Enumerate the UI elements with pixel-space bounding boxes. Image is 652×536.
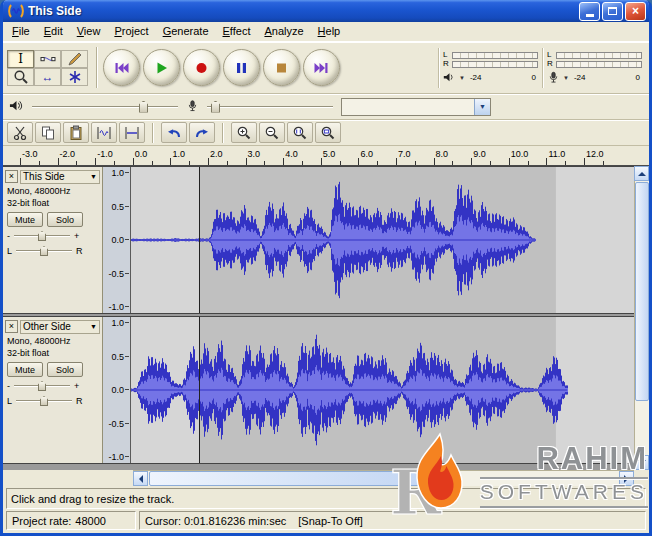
slider-thumb[interactable] xyxy=(38,231,46,241)
menu-bar: File Edit View Project Generate Effect A… xyxy=(3,22,649,42)
transport-controls xyxy=(103,49,340,86)
input-source-select[interactable]: ▼ xyxy=(341,98,491,116)
pan-slider[interactable] xyxy=(14,395,74,407)
ruler-minor-tick xyxy=(452,161,453,165)
output-meter[interactable]: L R ▼ -24 0 xyxy=(438,48,542,88)
record-icon xyxy=(193,60,210,76)
vertical-scrollbar[interactable] xyxy=(634,166,649,470)
trim-button[interactable] xyxy=(91,122,117,143)
ruler-major-tick xyxy=(546,158,547,165)
ruler-label: 12.0 xyxy=(586,149,604,159)
close-button[interactable]: × xyxy=(625,2,646,21)
output-meter-bar-right xyxy=(452,61,538,68)
horizontal-scroll-thumb[interactable] xyxy=(149,471,425,486)
redo-button[interactable] xyxy=(189,122,215,143)
menu-edit[interactable]: Edit xyxy=(37,23,70,40)
cut-button[interactable] xyxy=(7,122,33,143)
gain-slider[interactable] xyxy=(12,230,72,242)
multi-tool-button[interactable] xyxy=(61,68,88,86)
copy-icon xyxy=(40,125,56,141)
skip-to-end-button[interactable] xyxy=(303,49,340,86)
scroll-down-button[interactable] xyxy=(634,455,649,470)
copy-button[interactable] xyxy=(35,122,61,143)
track-close-button[interactable]: × xyxy=(5,320,18,333)
menu-view[interactable]: View xyxy=(70,23,108,40)
ruler-minor-tick xyxy=(189,161,190,165)
control-toolbar: I ↔ xyxy=(3,42,649,94)
output-meter-bar-left xyxy=(452,52,538,59)
vertical-scroll-thumb[interactable] xyxy=(635,182,649,401)
menu-file[interactable]: File xyxy=(5,23,37,40)
play-button[interactable] xyxy=(143,49,180,86)
solo-button[interactable]: Solo xyxy=(47,212,83,227)
ruler-label: 6.0 xyxy=(360,149,373,159)
title-bar[interactable]: This Side × xyxy=(3,0,649,22)
horizontal-scrollbar[interactable] xyxy=(133,470,634,486)
pan-right-label: R xyxy=(76,246,83,256)
skip-to-start-button[interactable] xyxy=(103,49,140,86)
output-volume-slider[interactable] xyxy=(30,100,180,114)
slider-thumb[interactable] xyxy=(211,101,220,113)
menu-generate[interactable]: Generate xyxy=(156,23,216,40)
silence-button[interactable] xyxy=(119,122,145,143)
stop-icon xyxy=(273,60,290,76)
undo-button[interactable] xyxy=(161,122,187,143)
record-button[interactable] xyxy=(183,49,220,86)
menu-effect[interactable]: Effect xyxy=(216,23,258,40)
microphone-icon xyxy=(186,99,199,114)
zoom-tool-button[interactable] xyxy=(7,68,34,86)
paste-button[interactable] xyxy=(63,122,89,143)
speaker-icon xyxy=(443,71,456,85)
slider-thumb[interactable] xyxy=(139,101,148,113)
waveform-canvas[interactable] xyxy=(131,317,634,463)
menu-project[interactable]: Project xyxy=(107,23,155,40)
pause-button[interactable] xyxy=(223,49,260,86)
track-close-button[interactable]: × xyxy=(5,170,18,183)
menu-analyze[interactable]: Analyze xyxy=(257,23,310,40)
slider-thumb[interactable] xyxy=(40,396,48,406)
chevron-down-icon[interactable]: ▼ xyxy=(474,99,490,115)
zoom-out-button[interactable] xyxy=(259,122,285,143)
mute-button[interactable]: Mute xyxy=(7,362,43,377)
scroll-up-button[interactable] xyxy=(634,166,649,181)
stop-button[interactable] xyxy=(263,49,300,86)
input-left-label: L xyxy=(547,51,553,59)
input-meter[interactable]: L R ▼ -24 0 xyxy=(542,48,646,88)
status-message: Click and drag to resize the track. xyxy=(11,493,174,505)
solo-button[interactable]: Solo xyxy=(47,362,83,377)
selection-tool-button[interactable]: I xyxy=(7,50,34,68)
input-volume-slider[interactable] xyxy=(205,100,335,114)
scroll-left-button[interactable] xyxy=(133,471,148,486)
tools-palette: I ↔ xyxy=(7,50,88,86)
fit-project-button[interactable] xyxy=(315,122,341,143)
timeline-ruler[interactable]: -3.0-2.0-1.00.01.02.03.04.05.06.07.08.09… xyxy=(3,146,649,166)
ruler-label: 2.0 xyxy=(210,149,223,159)
track-title-menu[interactable]: Other Side ▼ xyxy=(20,320,100,334)
window-title: This Side xyxy=(28,4,579,18)
track-control-panel: × This Side ▼ Mono, 48000Hz 32-bit float… xyxy=(3,167,103,313)
ruler-minor-tick xyxy=(565,161,566,165)
minimize-button[interactable] xyxy=(579,2,600,21)
draw-tool-button[interactable] xyxy=(61,50,88,68)
scroll-right-button[interactable] xyxy=(619,471,634,486)
ruler-minor-tick xyxy=(227,161,228,165)
fit-selection-button[interactable] xyxy=(287,122,313,143)
play-icon xyxy=(153,60,170,76)
ruler-major-tick xyxy=(358,158,359,165)
gain-slider[interactable] xyxy=(12,380,72,392)
slider-thumb[interactable] xyxy=(38,381,46,391)
envelope-tool-button[interactable] xyxy=(34,50,61,68)
slider-thumb[interactable] xyxy=(40,246,48,256)
chevron-down-icon[interactable]: ▼ xyxy=(459,75,465,81)
vruler-label: 0.5 xyxy=(111,202,129,212)
track-title-menu[interactable]: This Side ▼ xyxy=(20,170,100,184)
maximize-button[interactable] xyxy=(602,2,623,21)
waveform-canvas[interactable] xyxy=(131,167,634,313)
zoom-in-button[interactable] xyxy=(231,122,257,143)
pencil-icon xyxy=(67,51,83,67)
mute-button[interactable]: Mute xyxy=(7,212,43,227)
timeshift-tool-button[interactable]: ↔ xyxy=(34,68,61,86)
menu-help[interactable]: Help xyxy=(311,23,348,40)
chevron-down-icon[interactable]: ▼ xyxy=(563,75,569,81)
pan-slider[interactable] xyxy=(14,245,74,257)
